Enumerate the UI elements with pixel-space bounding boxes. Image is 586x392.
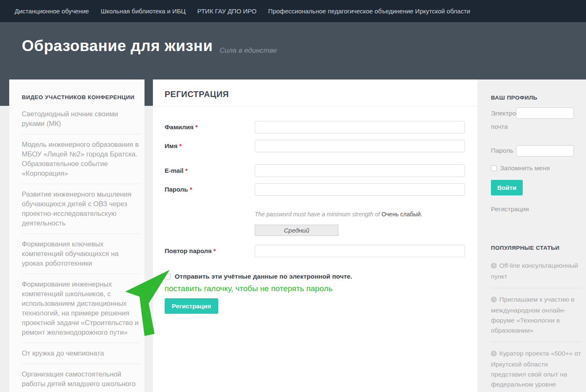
list-item[interactable]: Организация самостоятельной работы детей… [22, 364, 140, 392]
required-asterisk: * [190, 186, 192, 193]
nav-item-distance-learning[interactable]: Дистанционное обучение [9, 8, 95, 15]
send-credentials-checkbox[interactable] [165, 274, 170, 279]
popular-articles-list: Off-line консультационный пункт Приглаша… [491, 254, 582, 392]
email-label: E-mail * [165, 164, 255, 174]
profile-email-row: Электронная почта [491, 107, 582, 136]
main-content: РЕГИСТРАЦИЯ Фамилия * Имя * E-mail * Пар… [153, 79, 478, 392]
profile-heading: ВАШ ПРОФИЛЬ [491, 95, 582, 101]
left-sidebar: ВИДЕО УЧАСТНИКОВ КОНФЕРЕНЦИИ Светодиодны… [9, 79, 145, 392]
required-asterisk: * [185, 167, 188, 174]
popular-articles-heading: ПОПУЛЯРНЫЕ СТАТЬИ [491, 245, 582, 251]
left-sidebar-heading: ВИДЕО УЧАСТНИКОВ КОНФЕРЕНЦИИ [22, 94, 140, 100]
minimum-strength-value: Очень слабый. [382, 211, 423, 218]
password-repeat-label: Повтор пароля * [165, 245, 255, 254]
annotation-text: поставить галочку, чтобы не потерять пар… [165, 284, 465, 293]
site-tagline: Сила в единстве [219, 46, 277, 55]
password-label: Пароль * [165, 183, 255, 193]
nav-item-rtik[interactable]: РТИК ГАУ ДПО ИРО [191, 8, 262, 15]
page-title: РЕГИСТРАЦИЯ [165, 90, 466, 106]
required-asterisk: * [213, 247, 216, 254]
register-link[interactable]: Регистрация [491, 205, 582, 213]
firstname-label: Имя * [165, 140, 255, 149]
clock-icon [491, 295, 497, 305]
clock-icon [491, 349, 497, 359]
send-credentials-row: Отправить эти учётные данные по электрон… [165, 273, 465, 280]
list-item[interactable]: Куратор проекта «500+» от Иркутской обла… [491, 342, 582, 392]
profile-password-label: Пароль [491, 147, 514, 154]
page: Дистанционное обучение Школьная библиоте… [0, 0, 586, 392]
password-field[interactable] [255, 183, 465, 196]
profile-password-field[interactable] [516, 145, 574, 156]
clock-icon [491, 261, 497, 272]
register-submit-button[interactable]: Регистрация [165, 298, 218, 314]
required-asterisk: * [195, 123, 198, 131]
email-field[interactable] [255, 164, 465, 177]
list-item[interactable]: Off-line консультационный пункт [491, 254, 582, 288]
site-title[interactable]: Образование для жизни [22, 37, 213, 55]
video-list: Светодиодный ночник своими руками (МК) М… [22, 104, 140, 392]
list-item[interactable]: Формирование инженерных компетенций школ… [22, 274, 140, 343]
lastname-row: Фамилия * [165, 121, 465, 133]
list-item[interactable]: От кружка до чемпионата [22, 343, 140, 364]
login-button[interactable]: Войти [491, 180, 523, 195]
password-repeat-row: Повтор пароля * [165, 245, 465, 257]
remember-me-row: Запомнить меня [491, 164, 582, 172]
firstname-field[interactable] [255, 140, 465, 152]
password-row: Пароль * [165, 183, 465, 196]
right-sidebar: ВАШ ПРОФИЛЬ Электронная почта Пароль Зап… [478, 79, 586, 392]
remember-me-label: Запомнить меня [500, 164, 550, 172]
nav-item-school-library[interactable]: Школьная библиотека и ИБЦ [95, 8, 191, 15]
list-item[interactable]: Развитие инженерного мышления обучающихс… [22, 184, 140, 234]
firstname-row: Имя * [165, 140, 465, 152]
content-wrapper: ВИДЕО УЧАСТНИКОВ КОНФЕРЕНЦИИ Светодиодны… [9, 79, 586, 392]
password-strength-note: The password must have a minimum strengt… [255, 211, 465, 218]
password-strength-indicator: Средний [255, 225, 338, 236]
password-repeat-field[interactable] [255, 245, 465, 257]
nav-item-professional-association[interactable]: Профессиональное педагогическое объедине… [262, 8, 476, 15]
list-item[interactable]: Светодиодный ночник своими руками (МК) [22, 104, 140, 134]
required-asterisk: * [179, 142, 182, 149]
registration-form: Фамилия * Имя * E-mail * Пароль * The pa… [153, 107, 478, 314]
list-item[interactable]: Приглашаем к участию в международном онл… [491, 288, 582, 342]
profile-email-field[interactable] [516, 108, 574, 119]
send-credentials-label: Отправить эти учётные данные по электрон… [175, 273, 352, 280]
remember-me-checkbox[interactable] [491, 165, 497, 171]
top-nav: Дистанционное обучение Школьная библиоте… [0, 0, 586, 22]
list-item[interactable]: Модель инженерного образования в МБОУ «Л… [22, 134, 140, 184]
email-row: E-mail * [165, 164, 465, 177]
lastname-label: Фамилия * [165, 121, 255, 131]
list-item[interactable]: Формирования ключевых компетенций обучаю… [22, 234, 140, 274]
profile-password-row: Пароль [491, 144, 582, 158]
lastname-field[interactable] [255, 121, 465, 133]
